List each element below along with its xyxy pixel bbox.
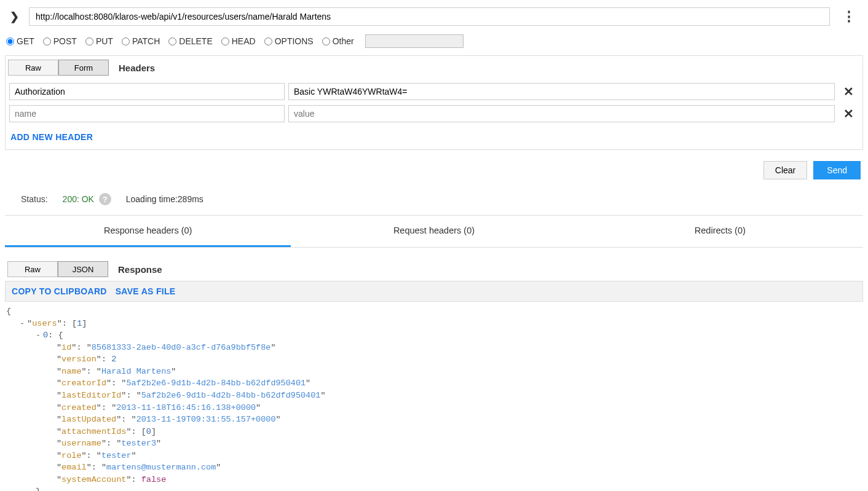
method-get[interactable]: GET [6, 36, 34, 46]
headers-section: Raw Form Headers ✕ ✕ ADD NEW HEADER [5, 55, 863, 150]
method-post[interactable]: POST [43, 36, 77, 46]
tab-redirects[interactable]: Redirects (0) [577, 216, 863, 247]
method-head[interactable]: HEAD [221, 36, 256, 46]
loading-time: Loading time:289ms [126, 194, 203, 204]
response-tab-raw[interactable]: Raw [7, 261, 58, 277]
headers-title: Headers [119, 63, 155, 73]
http-methods-row: GET POST PUT PATCH DELETE HEAD OPTIONS O… [5, 32, 863, 55]
header-name-0[interactable] [9, 83, 285, 100]
header-row-0: ✕ [6, 81, 862, 103]
save-as-file-link[interactable]: SAVE AS FILE [116, 286, 176, 296]
tab-request-headers[interactable]: Request headers (0) [291, 216, 577, 247]
copy-to-clipboard-link[interactable]: COPY TO CLIPBOARD [12, 286, 107, 296]
url-input[interactable] [29, 7, 830, 26]
remove-header-0-icon[interactable]: ✕ [838, 84, 859, 99]
response-title: Response [118, 264, 162, 275]
remove-header-1-icon[interactable]: ✕ [838, 106, 859, 121]
send-button[interactable]: Send [813, 161, 861, 179]
chevron-right-icon[interactable]: ❯ [5, 10, 24, 23]
status-help-icon[interactable]: ? [99, 193, 111, 205]
status-label: Status: [21, 194, 48, 204]
headers-tab-raw[interactable]: Raw [8, 60, 58, 76]
clear-button[interactable]: Clear [763, 161, 807, 179]
response-json-body: { -"users": [1] -0: { "id": "85681333-2a… [5, 302, 863, 491]
header-value-0[interactable] [288, 83, 835, 100]
method-delete[interactable]: DELETE [168, 36, 212, 46]
response-tab-json[interactable]: JSON [58, 261, 108, 277]
header-name-1[interactable] [9, 105, 285, 122]
collapse-toggle-icon[interactable]: - [36, 331, 43, 340]
header-row-1: ✕ [6, 103, 862, 125]
method-other[interactable]: Other [322, 36, 354, 46]
more-menu-icon[interactable]: ⋮ [835, 9, 863, 25]
method-options[interactable]: OPTIONS [264, 36, 314, 46]
status-code: 200: OK [63, 194, 94, 204]
collapse-toggle-icon[interactable]: - [20, 319, 27, 328]
header-value-1[interactable] [288, 105, 835, 122]
status-row: Status: 200: OK ? Loading time:289ms [5, 191, 863, 216]
add-new-header-link[interactable]: ADD NEW HEADER [6, 125, 98, 149]
tab-response-headers[interactable]: Response headers (0) [5, 216, 291, 247]
headers-tab-form[interactable]: Form [58, 60, 109, 76]
response-tabs: Response headers (0) Request headers (0)… [5, 216, 863, 248]
other-method-input[interactable] [365, 34, 464, 48]
method-patch[interactable]: PATCH [122, 36, 160, 46]
method-put[interactable]: PUT [85, 36, 113, 46]
